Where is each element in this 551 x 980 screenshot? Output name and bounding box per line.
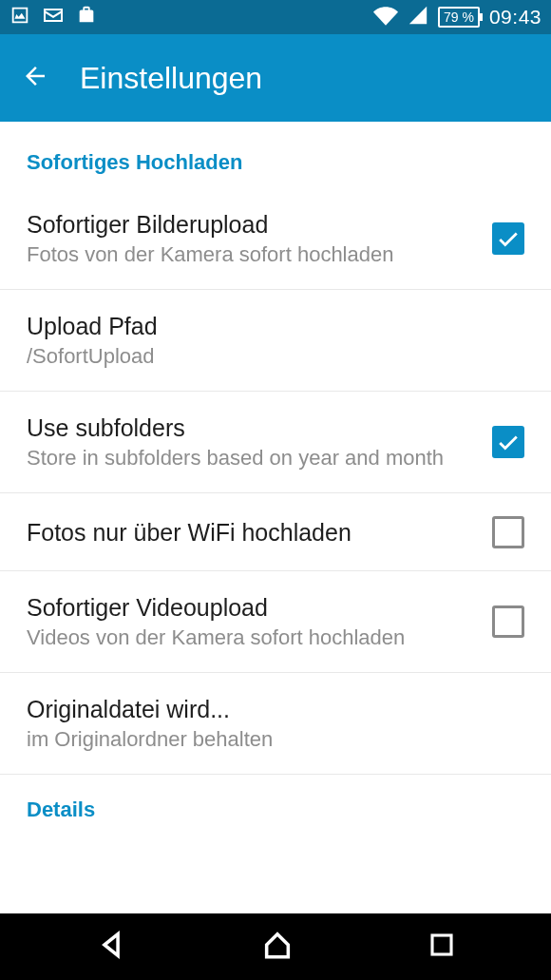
setting-upload-path[interactable]: Upload Pfad /SofortUpload (0, 290, 551, 392)
nav-home-button[interactable] (261, 929, 294, 965)
checkbox-instant-video[interactable] (492, 605, 524, 638)
setting-instant-video-upload[interactable]: Sofortiger Videoupload Videos von der Ka… (0, 571, 551, 673)
status-icons-right: 79 % 09:43 (373, 3, 542, 32)
checkbox-wifi-only[interactable] (492, 516, 524, 548)
item-subtitle: /SofortUpload (27, 343, 513, 370)
item-title: Sofortiger Bilderupload (27, 209, 481, 240)
item-subtitle: Fotos von der Kamera sofort hochladen (27, 241, 481, 268)
section-header-details: Details (0, 775, 551, 836)
page-title: Einstellungen (80, 61, 262, 96)
item-title: Sofortiger Videoupload (27, 592, 481, 623)
wifi-icon (373, 3, 398, 32)
setting-wifi-only[interactable]: Fotos nur über WiFi hochladen (0, 493, 551, 571)
battery-indicator: 79 % (438, 7, 480, 28)
status-bar: 79 % 09:43 (0, 0, 551, 34)
status-icons-left (10, 4, 97, 31)
signal-icon (408, 5, 428, 30)
clock: 09:43 (489, 6, 542, 29)
item-title: Originaldatei wird... (27, 694, 513, 724)
app-bar: Einstellungen (0, 34, 551, 122)
setting-instant-photo-upload[interactable]: Sofortiger Bilderupload Fotos von der Ka… (0, 188, 551, 290)
item-title: Use subfolders (27, 413, 481, 443)
nav-recent-button[interactable] (428, 931, 456, 963)
item-title: Fotos nur über WiFi hochladen (27, 517, 481, 548)
nav-back-button[interactable] (95, 929, 127, 965)
android-nav-bar (0, 913, 551, 980)
checkbox-subfolders[interactable] (492, 426, 524, 458)
back-arrow-icon[interactable] (21, 62, 49, 94)
item-subtitle: Store in subfolders based on year and mo… (27, 445, 481, 471)
picture-icon (10, 5, 30, 30)
mail-icon (42, 4, 65, 31)
setting-use-subfolders[interactable]: Use subfolders Store in subfolders based… (0, 392, 551, 493)
svg-rect-0 (432, 935, 451, 954)
item-subtitle: Videos von der Kamera sofort hochladen (27, 625, 481, 651)
settings-list: Sofortiges Hochladen Sofortiger Bilderup… (0, 122, 551, 913)
store-icon (76, 5, 97, 30)
item-title: Upload Pfad (27, 311, 513, 341)
item-subtitle: im Originalordner behalten (27, 726, 513, 753)
section-header-upload: Sofortiges Hochladen (0, 122, 551, 188)
setting-original-file[interactable]: Originaldatei wird... im Originalordner … (0, 673, 551, 775)
checkbox-instant-photo[interactable] (492, 222, 524, 255)
